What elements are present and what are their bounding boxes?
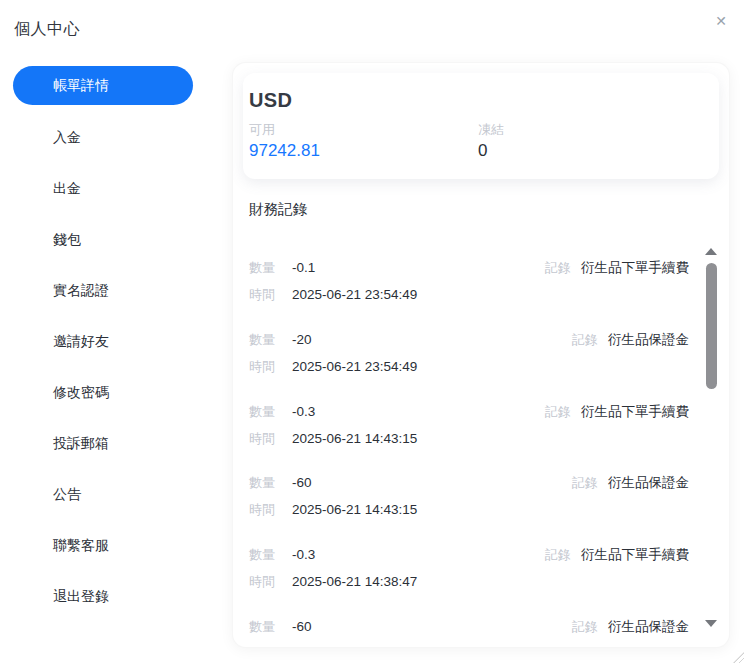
time-group: 時間 xyxy=(249,645,292,648)
record-label: 記錄 xyxy=(545,546,571,564)
sidebar-item-label: 投訴郵箱 xyxy=(13,435,109,453)
amount-group: 數量 -0.3 xyxy=(249,403,315,421)
sidebar-item-label: 帳單詳情 xyxy=(13,77,109,95)
record-group: 記錄 衍生品下單手續費 xyxy=(545,259,689,277)
record-row: 數量 -0.3 記錄 衍生品下單手續費 時間 2025-06-21 14:38:… xyxy=(249,528,689,600)
sidebar-item-label: 公告 xyxy=(13,486,81,504)
amount-label: 數量 xyxy=(249,546,275,564)
record-row: 數量 -0.1 記錄 衍生品下單手續費 時間 2025-06-21 23:54:… xyxy=(249,241,689,313)
amount-label: 數量 xyxy=(249,474,275,492)
record-row: 數量 -20 記錄 衍生品保證金 時間 2025-06-21 23:54:49 xyxy=(249,313,689,385)
time-label: 時間 xyxy=(249,286,275,304)
time-label: 時間 xyxy=(249,430,275,448)
time-value: 2025-06-21 14:38:47 xyxy=(292,573,417,591)
amount-value: -0.3 xyxy=(292,546,315,564)
sidebar: 帳單詳情 入金 出金 錢包 實名認證 邀請好友 修改密碼 投訴郵箱 公告 xyxy=(13,66,193,622)
time-value: 2025-06-21 23:54:49 xyxy=(292,358,417,376)
page-title: 個人中心 xyxy=(14,19,80,40)
record-group: 記錄 衍生品保證金 xyxy=(572,474,689,492)
records-title: 財務記錄 xyxy=(249,200,719,219)
time-label: 時間 xyxy=(249,573,275,591)
sidebar-item-label: 錢包 xyxy=(13,231,81,249)
record-group: 記錄 衍生品下單手續費 xyxy=(545,403,689,421)
close-icon[interactable]: ✕ xyxy=(712,12,730,30)
sidebar-item-label: 退出登錄 xyxy=(13,588,109,606)
sidebar-item-label: 邀請好友 xyxy=(13,333,109,351)
record-value: 衍生品下單手續費 xyxy=(581,259,689,277)
record-label: 記錄 xyxy=(572,474,598,492)
time-value: 2025-06-21 14:43:15 xyxy=(292,430,417,448)
amount-group: 數量 -60 xyxy=(249,474,312,492)
record-label: 記錄 xyxy=(545,403,571,421)
main-card: USD 可用 97242.81 凍結 0 財務記錄 數量 -0.1 xyxy=(232,62,730,648)
balance-columns: 可用 97242.81 凍結 0 xyxy=(249,121,719,162)
records-list: 數量 -0.1 記錄 衍生品下單手續費 時間 2025-06-21 23:54:… xyxy=(243,241,719,648)
balance-card: USD 可用 97242.81 凍結 0 xyxy=(243,73,719,179)
sidebar-item[interactable]: 實名認證 xyxy=(13,265,193,316)
amount-value: -60 xyxy=(292,618,312,636)
sidebar-item[interactable]: 出金 xyxy=(13,163,193,214)
currency-title: USD xyxy=(249,89,719,112)
record-value: 衍生品下單手續費 xyxy=(581,403,689,421)
time-group: 時間 2025-06-21 23:54:49 xyxy=(249,358,417,376)
sidebar-item[interactable]: 入金 xyxy=(13,112,193,163)
time-group: 時間 2025-06-21 14:43:15 xyxy=(249,501,417,519)
amount-group: 數量 -60 xyxy=(249,618,312,636)
scrollbar-up-icon[interactable] xyxy=(705,248,717,255)
record-value: 衍生品保證金 xyxy=(608,331,689,349)
record-value: 衍生品保證金 xyxy=(608,474,689,492)
amount-value: -60 xyxy=(292,474,312,492)
sidebar-item[interactable]: 聯繫客服 xyxy=(13,520,193,571)
frozen-column: 凍結 0 xyxy=(478,121,707,162)
frozen-label: 凍結 xyxy=(478,121,707,139)
sidebar-item-label: 入金 xyxy=(13,129,81,147)
record-row: 數量 -60 記錄 衍生品保證金 時間 xyxy=(249,600,689,648)
amount-label: 數量 xyxy=(249,403,275,421)
amount-group: 數量 -20 xyxy=(249,331,312,349)
scrollbar-down-icon[interactable] xyxy=(705,620,717,627)
resize-grip-icon[interactable] xyxy=(733,652,744,663)
record-value: 衍生品保證金 xyxy=(608,618,689,636)
record-label: 記錄 xyxy=(572,618,598,636)
sidebar-item[interactable]: 投訴郵箱 xyxy=(13,418,193,469)
available-column: 可用 97242.81 xyxy=(249,121,478,162)
sidebar-item[interactable]: 公告 xyxy=(13,469,193,520)
time-value: 2025-06-21 23:54:49 xyxy=(292,286,417,304)
time-label: 時間 xyxy=(249,358,275,376)
amount-value: -0.1 xyxy=(292,259,315,277)
amount-label: 數量 xyxy=(249,259,275,277)
sidebar-item[interactable]: 修改密碼 xyxy=(13,367,193,418)
record-group: 記錄 衍生品保證金 xyxy=(572,618,689,636)
record-group: 記錄 衍生品保證金 xyxy=(572,331,689,349)
sidebar-item-label: 聯繫客服 xyxy=(13,537,109,555)
time-group: 時間 2025-06-21 14:43:15 xyxy=(249,430,417,448)
frozen-value: 0 xyxy=(478,140,707,162)
sidebar-item[interactable]: 錢包 xyxy=(13,214,193,265)
amount-group: 數量 -0.3 xyxy=(249,546,315,564)
amount-value: -0.3 xyxy=(292,403,315,421)
record-row: 數量 -0.3 記錄 衍生品下單手續費 時間 2025-06-21 14:43:… xyxy=(249,385,689,457)
time-label: 時間 xyxy=(249,501,275,519)
record-value: 衍生品下單手續費 xyxy=(581,546,689,564)
amount-label: 數量 xyxy=(249,331,275,349)
sidebar-item-label: 出金 xyxy=(13,180,81,198)
amount-label: 數量 xyxy=(249,618,275,636)
time-label: 時間 xyxy=(249,645,275,648)
record-group: 記錄 衍生品下單手續費 xyxy=(545,546,689,564)
record-row: 數量 -60 記錄 衍生品保證金 時間 2025-06-21 14:43:15 xyxy=(249,456,689,528)
available-value: 97242.81 xyxy=(249,140,478,162)
amount-group: 數量 -0.1 xyxy=(249,259,315,277)
sidebar-item-label: 修改密碼 xyxy=(13,384,109,402)
sidebar-item[interactable]: 邀請好友 xyxy=(13,316,193,367)
amount-value: -20 xyxy=(292,331,312,349)
sidebar-item[interactable]: 帳單詳情 xyxy=(13,66,193,105)
time-group: 時間 2025-06-21 23:54:49 xyxy=(249,286,417,304)
scrollbar-thumb[interactable] xyxy=(706,263,717,389)
record-label: 記錄 xyxy=(545,259,571,277)
time-value: 2025-06-21 14:43:15 xyxy=(292,501,417,519)
record-label: 記錄 xyxy=(572,331,598,349)
time-group: 時間 2025-06-21 14:38:47 xyxy=(249,573,417,591)
sidebar-item[interactable]: 退出登錄 xyxy=(13,571,193,622)
sidebar-item-label: 實名認證 xyxy=(13,282,109,300)
available-label: 可用 xyxy=(249,121,478,139)
